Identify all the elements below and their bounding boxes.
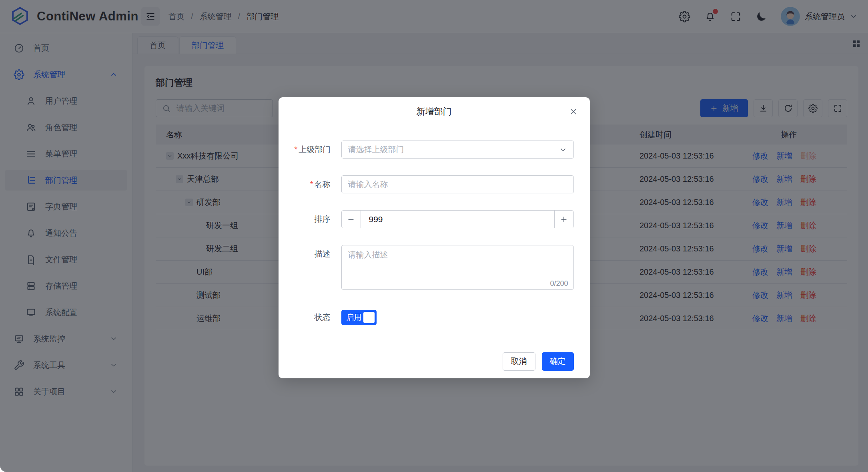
form-row-name: *名称 — [295, 175, 574, 193]
status-toggle-knob — [363, 312, 375, 323]
form-row-sort: 排序 999 — [295, 210, 574, 228]
modal-header: 新增部门 — [279, 97, 590, 126]
char-counter: 0/200 — [550, 279, 568, 288]
form-row-status: 状态 启用 — [295, 308, 574, 326]
chevron-down-icon — [559, 146, 567, 154]
form-row-description: 描述 0/200 — [295, 245, 574, 291]
name-label: *名称 — [295, 175, 341, 193]
parent-dept-select[interactable]: 请选择上级部门 — [341, 141, 574, 159]
close-icon[interactable] — [569, 97, 578, 126]
minus-button[interactable] — [342, 211, 361, 228]
required-mark: * — [310, 180, 313, 189]
plus-button[interactable] — [554, 211, 573, 228]
sort-stepper: 999 — [341, 210, 574, 228]
parent-dept-placeholder: 请选择上级部门 — [348, 144, 404, 155]
form-row-parent: *上级部门 请选择上级部门 — [295, 141, 574, 159]
confirm-button[interactable]: 确定 — [542, 352, 574, 371]
status-toggle-label: 启用 — [347, 312, 362, 323]
description-label: 描述 — [295, 245, 341, 291]
description-textarea[interactable] — [341, 245, 574, 290]
required-mark: * — [295, 145, 298, 154]
modal-title: 新增部门 — [417, 106, 452, 118]
status-toggle[interactable]: 启用 — [341, 310, 377, 325]
sort-label: 排序 — [295, 210, 341, 228]
cancel-button[interactable]: 取消 — [503, 352, 535, 371]
modal-body: *上级部门 请选择上级部门 *名称 排序 — [279, 126, 590, 344]
parent-dept-label: *上级部门 — [295, 141, 341, 159]
status-label: 状态 — [295, 308, 341, 326]
app-root: ContiNew Admin 首页 / 系统管理 / 部门管理 — [0, 0, 868, 472]
add-department-modal: 新增部门 *上级部门 请选择上级部门 *名称 — [279, 97, 590, 378]
sort-value[interactable]: 999 — [361, 211, 554, 228]
modal-footer: 取消 确定 — [279, 344, 590, 378]
name-input[interactable] — [341, 175, 574, 193]
